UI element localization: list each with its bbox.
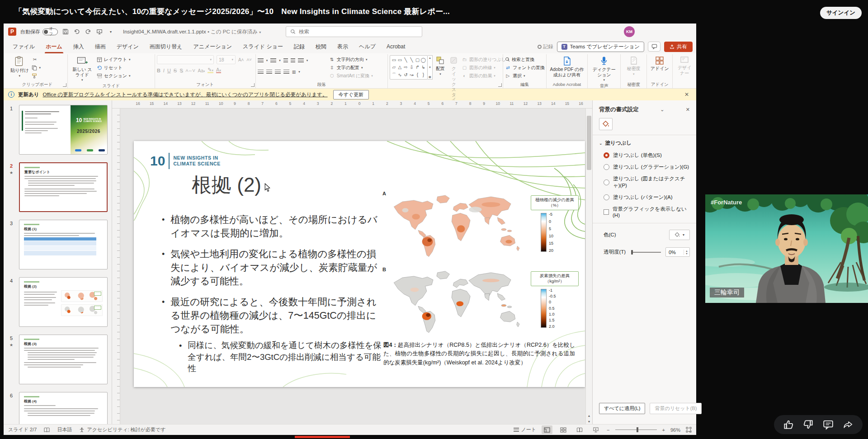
radio-icon[interactable] bbox=[604, 194, 609, 200]
zoom-knob[interactable] bbox=[637, 427, 638, 432]
shape-icon[interactable]: ▱ bbox=[391, 64, 397, 71]
shape-icon[interactable]: ◯ bbox=[420, 56, 426, 63]
reset-button[interactable]: リセット bbox=[97, 64, 131, 71]
ribbon-tab[interactable]: ファイル bbox=[7, 40, 40, 53]
accessibility-status[interactable]: アクセシビリティ: 検討が必要です bbox=[79, 426, 165, 433]
shape-icon[interactable]: ∿ bbox=[397, 71, 403, 79]
panel-collapse-icon[interactable]: ⌄ bbox=[655, 107, 664, 113]
char-spacing-button[interactable]: A⇔V bbox=[186, 68, 195, 73]
transparency-slider[interactable] bbox=[628, 249, 663, 255]
color-picker-button[interactable]: ▾ bbox=[669, 230, 690, 240]
apply-to-all-button[interactable]: すべてに適用(L) bbox=[599, 403, 645, 414]
shape-icon[interactable]: ⇩ bbox=[409, 64, 415, 71]
select-button[interactable]: ▷選択▾ bbox=[505, 72, 545, 79]
ribbon-tab[interactable]: Acrobat bbox=[381, 40, 410, 53]
shape-icon[interactable]: △ bbox=[397, 64, 403, 71]
strikethrough-button[interactable]: S bbox=[174, 68, 177, 73]
slideshow-view-button[interactable] bbox=[590, 425, 601, 434]
ribbon-tab[interactable]: デザイン bbox=[111, 40, 144, 53]
comment-icon[interactable] bbox=[822, 419, 834, 430]
shape-icon[interactable]: ▭ bbox=[397, 56, 403, 63]
change-case-button[interactable]: Aa▾ bbox=[198, 68, 205, 73]
user-avatar[interactable]: KM bbox=[624, 26, 635, 37]
arrange-button[interactable]: 配置▾ bbox=[434, 55, 446, 77]
ribbon-tab[interactable]: 校閲 bbox=[310, 40, 332, 53]
shape-icon[interactable]: ▭ bbox=[391, 56, 397, 63]
reset-background-button[interactable]: 背景のリセット(B) bbox=[650, 403, 702, 414]
ribbon-tab[interactable]: 描画 bbox=[90, 40, 111, 53]
previous-slide-icon[interactable]: ▲ bbox=[588, 414, 591, 417]
new-slide-button[interactable]: 新しい スライド▾ bbox=[70, 55, 95, 83]
shape-gallery-scroll[interactable]: ▲▼▦ bbox=[428, 55, 433, 80]
shape-icon[interactable]: ↺ bbox=[403, 71, 409, 79]
adobe-pdf-button[interactable]: Adobe PDF の作成および共有 bbox=[548, 55, 585, 78]
scrollbar-thumb[interactable] bbox=[587, 116, 591, 170]
ribbon-tab[interactable]: 記録 bbox=[288, 40, 310, 53]
signin-button[interactable]: サインイン bbox=[820, 7, 862, 19]
share-arrow-icon[interactable] bbox=[842, 419, 854, 430]
notes-button[interactable]: ノート bbox=[514, 426, 537, 433]
slide-thumbnail-4[interactable]: 根拠 (2) bbox=[19, 277, 108, 327]
shape-icon[interactable]: ╲ bbox=[403, 56, 409, 63]
reading-view-button[interactable] bbox=[574, 425, 585, 434]
increase-indent-icon[interactable] bbox=[291, 58, 295, 63]
update-now-button[interactable]: 今すぐ更新 bbox=[333, 90, 369, 99]
shape-icon[interactable]: ▢ bbox=[415, 56, 420, 63]
vertical-scrollbar[interactable]: ▲ ▼ bbox=[585, 109, 592, 424]
section-button[interactable]: セクション▾ bbox=[97, 72, 131, 79]
quick-access-chevron-icon[interactable]: ▾ bbox=[107, 28, 114, 35]
ribbon-tab[interactable]: 挿入 bbox=[68, 40, 90, 53]
fill-section-header[interactable]: ⌄塗りつぶし bbox=[599, 140, 690, 146]
slide-counter[interactable]: スライド 2/7 bbox=[8, 426, 37, 433]
slide-canvas[interactable]: 10 NEW INSIGHTS INCLIMATE SCIENCE 根拠 (2)… bbox=[134, 141, 585, 387]
thumbs-up-icon[interactable] bbox=[783, 419, 794, 430]
zoom-in-button[interactable]: + bbox=[662, 427, 665, 433]
ribbon-tab[interactable]: アニメーション bbox=[188, 40, 237, 53]
slide-sorter-view-button[interactable] bbox=[558, 425, 569, 434]
slide-thumbnail-3[interactable]: 根拠 (1) bbox=[19, 220, 108, 269]
dictate-button[interactable]: ディクテーション▾ bbox=[590, 55, 618, 83]
shape-icon[interactable]: ╲ bbox=[409, 56, 415, 63]
ribbon-tab[interactable]: 画面切り替え bbox=[144, 40, 188, 53]
grow-font-icon[interactable]: A˄ bbox=[238, 57, 244, 62]
shrink-font-icon[interactable]: A˅ bbox=[246, 57, 251, 62]
share-button[interactable]: 共有 bbox=[664, 42, 693, 52]
ribbon-tab[interactable]: ホーム bbox=[40, 40, 68, 53]
replace-fonts-button[interactable]: ⇄フォントの置換 bbox=[505, 64, 545, 71]
font-color-button[interactable]: A▾ bbox=[216, 68, 221, 74]
presenter-webcam[interactable]: #ForNature 三輪幸司 bbox=[705, 194, 868, 303]
slide-thumbnail-1[interactable]: 10NEW INSIGHTS IN CLIMATE SCIENCE 2025/2… bbox=[19, 105, 108, 155]
spellcheck-icon[interactable] bbox=[44, 427, 50, 433]
language-indicator[interactable]: 日本語 bbox=[57, 426, 72, 433]
find-replace-button[interactable]: 検索と置換 bbox=[505, 56, 545, 63]
document-title[interactable]: Insight04_K.MIWA.draft.ver.1.1.pptx • この… bbox=[123, 28, 261, 35]
ribbon-tab[interactable]: ヘルプ bbox=[354, 40, 381, 53]
notice-message[interactable]: Office の更新プログラムをインストールする準備はできていますが、最初にいく… bbox=[43, 91, 328, 98]
transparency-spinner[interactable]: 0% ▲▼ bbox=[665, 247, 690, 257]
align-left-icon[interactable] bbox=[258, 70, 264, 75]
normal-view-button[interactable] bbox=[542, 425, 552, 434]
text-direction-button[interactable]: ⇅文字列の方向▾ bbox=[329, 56, 373, 63]
shape-effects-button[interactable]: ◐図形の効果▾ bbox=[462, 72, 509, 79]
slide-title[interactable]: 根拠 (2) bbox=[192, 172, 271, 198]
dialog-launcher-icon[interactable] bbox=[63, 83, 66, 87]
bullet-list-icon[interactable] bbox=[258, 58, 264, 63]
thumbs-down-icon[interactable] bbox=[802, 419, 814, 430]
autosave-toggle[interactable]: 自動保存 オフ bbox=[20, 28, 58, 35]
shape-fill-button[interactable]: 🗀図形の塗りつぶし▾ bbox=[462, 56, 509, 63]
paste-button[interactable]: 貼り付け▾ bbox=[9, 55, 30, 79]
fill-option-radio[interactable]: 塗りつぶし (グラデーション)(G) bbox=[604, 164, 690, 170]
addins-button[interactable]: アドイン bbox=[649, 55, 670, 72]
hide-background-checkbox[interactable]: 背景グラフィックを表示しない(H) bbox=[604, 206, 690, 218]
justify-icon[interactable] bbox=[283, 70, 289, 75]
slide-body-text[interactable]: •植物の多様性が高いほど、その場所におけるバイオマスは長期的に増加。 •気候や土… bbox=[162, 213, 382, 382]
format-painter-button[interactable] bbox=[32, 72, 41, 79]
shape-icon[interactable]: { bbox=[415, 71, 420, 79]
copy-button[interactable]: ▾ bbox=[32, 64, 41, 71]
checkbox-icon[interactable] bbox=[604, 209, 609, 215]
text-shadow-button[interactable]: S bbox=[179, 68, 183, 73]
shape-gallery[interactable]: ▭▭╲╲▢◯▱△⇨⇩↱↳⌒∿↺↝{} bbox=[390, 55, 428, 80]
slideshow-icon[interactable] bbox=[96, 28, 103, 35]
radio-icon[interactable] bbox=[604, 179, 609, 185]
decrease-indent-icon[interactable] bbox=[283, 58, 288, 63]
